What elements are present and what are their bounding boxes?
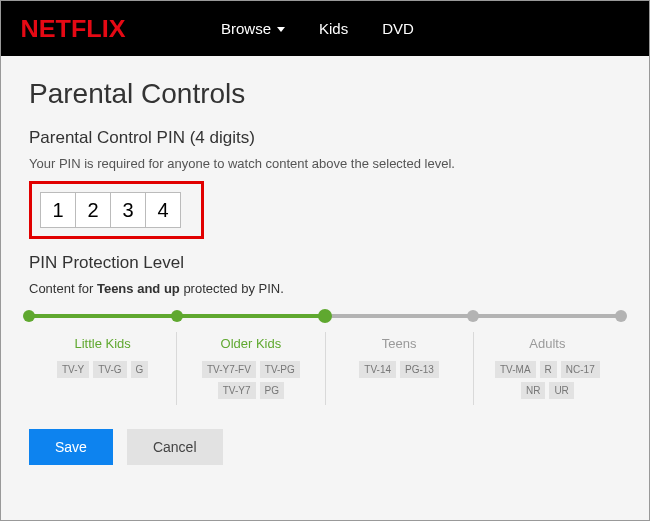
level-name: Little Kids [37, 336, 168, 351]
ratings-list: TV-Y7-FVTV-PGTV-Y7PG [185, 361, 316, 399]
slider-stop-4[interactable] [615, 310, 627, 322]
nav-browse[interactable]: Browse [221, 20, 285, 37]
ratings-list: TV-YTV-GG [37, 361, 168, 378]
level-col-0[interactable]: Little KidsTV-YTV-GG [29, 332, 177, 405]
protection-suffix: protected by PIN. [180, 281, 284, 296]
rating-tag: TV-Y7-FV [202, 361, 256, 378]
pin-help-text: Your PIN is required for anyone to watch… [29, 156, 621, 171]
slider-stop-1[interactable] [171, 310, 183, 322]
level-name: Older Kids [185, 336, 316, 351]
level-section-title: PIN Protection Level [29, 253, 621, 273]
slider-stop-2[interactable] [318, 309, 332, 323]
rating-tag: TV-MA [495, 361, 536, 378]
slider-stop-0[interactable] [23, 310, 35, 322]
netflix-logo: NETFLIX [21, 15, 126, 43]
rating-tag: G [131, 361, 149, 378]
pin-digit-2[interactable] [75, 192, 111, 228]
pin-digit-3[interactable] [110, 192, 146, 228]
page-title: Parental Controls [29, 78, 621, 110]
slider-dots [29, 310, 621, 322]
rating-tag: TV-G [93, 361, 126, 378]
rating-tag: PG [260, 382, 284, 399]
nav-dvd[interactable]: DVD [382, 20, 414, 37]
level-name: Adults [482, 336, 613, 351]
rating-tag: TV-Y7 [218, 382, 256, 399]
pin-digit-1[interactable] [40, 192, 76, 228]
ratings-list: TV-14PG-13 [334, 361, 465, 378]
protection-prefix: Content for [29, 281, 97, 296]
pin-digit-4[interactable] [145, 192, 181, 228]
nav-browse-label: Browse [221, 20, 271, 37]
level-columns: Little KidsTV-YTV-GGOlder KidsTV-Y7-FVTV… [29, 332, 621, 405]
rating-tag: NR [521, 382, 545, 399]
level-col-1[interactable]: Older KidsTV-Y7-FVTV-PGTV-Y7PG [177, 332, 325, 405]
level-col-3[interactable]: AdultsTV-MARNC-17NRUR [474, 332, 621, 405]
pin-highlight-box [29, 181, 204, 239]
cancel-button[interactable]: Cancel [127, 429, 223, 465]
protection-level: Teens and up [97, 281, 180, 296]
rating-tag: NC-17 [561, 361, 600, 378]
page-content: Parental Controls Parental Control PIN (… [1, 56, 649, 521]
level-col-2[interactable]: TeensTV-14PG-13 [326, 332, 474, 405]
rating-tag: TV-Y [57, 361, 89, 378]
action-buttons: Save Cancel [29, 429, 621, 465]
pin-section-title: Parental Control PIN (4 digits) [29, 128, 621, 148]
rating-tag: TV-14 [359, 361, 396, 378]
chevron-down-icon [277, 27, 285, 32]
slider-stop-3[interactable] [467, 310, 479, 322]
rating-tag: UR [549, 382, 573, 399]
rating-tag: PG-13 [400, 361, 439, 378]
level-name: Teens [334, 336, 465, 351]
rating-tag: R [540, 361, 557, 378]
nav-dvd-label: DVD [382, 20, 414, 37]
nav-kids-label: Kids [319, 20, 348, 37]
pin-inputs [40, 192, 181, 228]
top-navbar: NETFLIX Browse Kids DVD [1, 1, 649, 56]
save-button[interactable]: Save [29, 429, 113, 465]
protection-text: Content for Teens and up protected by PI… [29, 281, 621, 296]
rating-tag: TV-PG [260, 361, 300, 378]
nav-kids[interactable]: Kids [319, 20, 348, 37]
protection-slider[interactable] [29, 314, 621, 318]
ratings-list: TV-MARNC-17NRUR [482, 361, 613, 399]
